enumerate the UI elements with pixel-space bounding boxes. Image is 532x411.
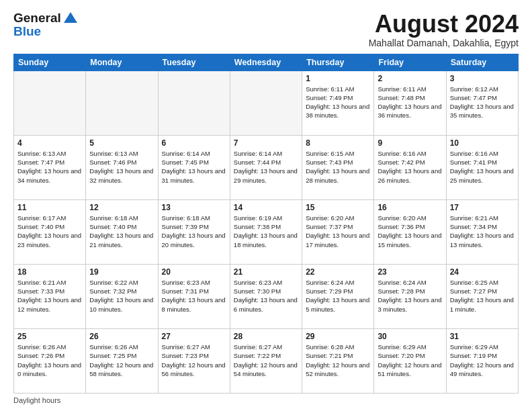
logo-icon xyxy=(64,12,77,23)
calendar-cell: 11Sunrise: 6:17 AMSunset: 7:40 PMDayligh… xyxy=(14,199,86,264)
dow-header-wednesday: Wednesday xyxy=(230,54,302,71)
day-info: Sunrise: 6:20 AMSunset: 7:37 PMDaylight:… xyxy=(306,214,370,249)
calendar-cell: 28Sunrise: 6:27 AMSunset: 7:22 PMDayligh… xyxy=(230,328,302,393)
calendar-cell xyxy=(86,71,158,135)
calendar-cell: 2Sunrise: 6:11 AMSunset: 7:48 PMDaylight… xyxy=(374,71,446,135)
calendar-cell: 12Sunrise: 6:18 AMSunset: 7:40 PMDayligh… xyxy=(86,199,158,264)
day-number: 25 xyxy=(17,332,82,341)
day-info: Sunrise: 6:26 AMSunset: 7:26 PMDaylight:… xyxy=(17,342,82,378)
day-info: Sunrise: 6:14 AMSunset: 7:45 PMDaylight:… xyxy=(162,149,226,185)
dow-header-thursday: Thursday xyxy=(302,54,374,71)
day-number: 3 xyxy=(450,74,515,83)
calendar-table: SundayMondayTuesdayWednesdayThursdayFrid… xyxy=(13,54,519,394)
day-info: Sunrise: 6:29 AMSunset: 7:19 PMDaylight:… xyxy=(450,342,515,378)
day-info: Sunrise: 6:16 AMSunset: 7:41 PMDaylight:… xyxy=(450,149,515,185)
day-number: 16 xyxy=(378,203,442,212)
day-number: 11 xyxy=(17,203,82,212)
day-number: 26 xyxy=(89,332,154,341)
day-info: Sunrise: 6:27 AMSunset: 7:22 PMDaylight:… xyxy=(234,342,298,378)
day-number: 1 xyxy=(306,74,370,83)
calendar-cell: 6Sunrise: 6:14 AMSunset: 7:45 PMDaylight… xyxy=(158,135,230,199)
day-info: Sunrise: 6:23 AMSunset: 7:31 PMDaylight:… xyxy=(162,278,226,314)
calendar-cell: 15Sunrise: 6:20 AMSunset: 7:37 PMDayligh… xyxy=(302,199,374,264)
day-number: 21 xyxy=(234,267,298,277)
calendar-cell: 30Sunrise: 6:29 AMSunset: 7:20 PMDayligh… xyxy=(374,328,446,393)
day-number: 31 xyxy=(450,332,515,341)
day-info: Sunrise: 6:28 AMSunset: 7:21 PMDaylight:… xyxy=(306,342,370,378)
day-info: Sunrise: 6:18 AMSunset: 7:39 PMDaylight:… xyxy=(162,214,226,249)
day-info: Sunrise: 6:24 AMSunset: 7:28 PMDaylight:… xyxy=(378,278,442,314)
day-info: Sunrise: 6:12 AMSunset: 7:47 PMDaylight:… xyxy=(450,85,515,120)
day-number: 12 xyxy=(89,203,154,212)
calendar-cell: 16Sunrise: 6:20 AMSunset: 7:36 PMDayligh… xyxy=(374,199,446,264)
day-info: Sunrise: 6:22 AMSunset: 7:32 PMDaylight:… xyxy=(89,278,154,314)
calendar-cell: 19Sunrise: 6:22 AMSunset: 7:32 PMDayligh… xyxy=(86,264,158,328)
dow-header-tuesday: Tuesday xyxy=(158,54,230,71)
day-number: 7 xyxy=(234,138,298,148)
calendar-cell: 20Sunrise: 6:23 AMSunset: 7:31 PMDayligh… xyxy=(158,264,230,328)
day-info: Sunrise: 6:27 AMSunset: 7:23 PMDaylight:… xyxy=(162,342,226,378)
day-number: 28 xyxy=(234,332,298,341)
calendar-cell: 8Sunrise: 6:15 AMSunset: 7:43 PMDaylight… xyxy=(302,135,374,199)
calendar-cell xyxy=(230,71,302,135)
calendar-cell: 21Sunrise: 6:23 AMSunset: 7:30 PMDayligh… xyxy=(230,264,302,328)
day-number: 8 xyxy=(306,138,370,148)
calendar-cell: 17Sunrise: 6:21 AMSunset: 7:34 PMDayligh… xyxy=(446,199,518,264)
calendar-cell: 22Sunrise: 6:24 AMSunset: 7:29 PMDayligh… xyxy=(302,264,374,328)
calendar-cell: 3Sunrise: 6:12 AMSunset: 7:47 PMDaylight… xyxy=(446,71,518,135)
day-info: Sunrise: 6:26 AMSunset: 7:25 PMDaylight:… xyxy=(89,342,154,378)
title-area: August 2024 Mahallat Damanah, Dakahlia, … xyxy=(369,11,519,48)
day-number: 9 xyxy=(378,138,442,148)
day-number: 6 xyxy=(162,138,226,148)
day-info: Sunrise: 6:18 AMSunset: 7:40 PMDaylight:… xyxy=(89,214,154,249)
calendar-cell: 5Sunrise: 6:13 AMSunset: 7:46 PMDaylight… xyxy=(86,135,158,199)
calendar-cell: 4Sunrise: 6:13 AMSunset: 7:47 PMDaylight… xyxy=(14,135,86,199)
day-number: 14 xyxy=(234,203,298,212)
footer-note: Daylight hours xyxy=(13,396,519,404)
day-info: Sunrise: 6:11 AMSunset: 7:48 PMDaylight:… xyxy=(378,85,442,120)
day-info: Sunrise: 6:21 AMSunset: 7:33 PMDaylight:… xyxy=(17,278,82,314)
day-number: 20 xyxy=(162,267,226,277)
month-year: August 2024 xyxy=(369,11,519,38)
calendar-cell: 13Sunrise: 6:18 AMSunset: 7:39 PMDayligh… xyxy=(158,199,230,264)
day-info: Sunrise: 6:13 AMSunset: 7:47 PMDaylight:… xyxy=(17,149,82,185)
day-number: 17 xyxy=(450,203,515,212)
day-info: Sunrise: 6:20 AMSunset: 7:36 PMDaylight:… xyxy=(378,214,442,249)
calendar-cell: 1Sunrise: 6:11 AMSunset: 7:49 PMDaylight… xyxy=(302,71,374,135)
day-info: Sunrise: 6:11 AMSunset: 7:49 PMDaylight:… xyxy=(306,85,370,120)
day-info: Sunrise: 6:19 AMSunset: 7:38 PMDaylight:… xyxy=(234,214,298,249)
day-info: Sunrise: 6:24 AMSunset: 7:29 PMDaylight:… xyxy=(306,278,370,314)
logo-general: General xyxy=(13,11,61,26)
day-info: Sunrise: 6:21 AMSunset: 7:34 PMDaylight:… xyxy=(450,214,515,249)
day-info: Sunrise: 6:14 AMSunset: 7:44 PMDaylight:… xyxy=(234,149,298,185)
calendar-cell: 9Sunrise: 6:16 AMSunset: 7:42 PMDaylight… xyxy=(374,135,446,199)
day-number: 13 xyxy=(162,203,226,212)
day-number: 27 xyxy=(162,332,226,341)
location: Mahallat Damanah, Dakahlia, Egypt xyxy=(369,38,519,48)
calendar-cell xyxy=(14,71,86,135)
day-info: Sunrise: 6:23 AMSunset: 7:30 PMDaylight:… xyxy=(234,278,298,314)
logo-blue: Blue xyxy=(13,26,41,37)
svg-marker-0 xyxy=(64,12,77,23)
dow-header-sunday: Sunday xyxy=(14,54,86,71)
calendar-cell: 27Sunrise: 6:27 AMSunset: 7:23 PMDayligh… xyxy=(158,328,230,393)
day-number: 15 xyxy=(306,203,370,212)
day-info: Sunrise: 6:29 AMSunset: 7:20 PMDaylight:… xyxy=(378,342,442,378)
dow-header-saturday: Saturday xyxy=(446,54,518,71)
calendar-cell: 25Sunrise: 6:26 AMSunset: 7:26 PMDayligh… xyxy=(14,328,86,393)
logo: General Blue xyxy=(13,11,77,37)
calendar-cell: 18Sunrise: 6:21 AMSunset: 7:33 PMDayligh… xyxy=(14,264,86,328)
day-info: Sunrise: 6:17 AMSunset: 7:40 PMDaylight:… xyxy=(17,214,82,249)
day-number: 10 xyxy=(450,138,515,148)
calendar-cell: 7Sunrise: 6:14 AMSunset: 7:44 PMDaylight… xyxy=(230,135,302,199)
day-number: 5 xyxy=(89,138,154,148)
header: General Blue August 2024 Mahallat Damana… xyxy=(13,11,519,48)
day-number: 19 xyxy=(89,267,154,277)
day-number: 23 xyxy=(378,267,442,277)
dow-header-friday: Friday xyxy=(374,54,446,71)
dow-header-monday: Monday xyxy=(86,54,158,71)
calendar-cell: 10Sunrise: 6:16 AMSunset: 7:41 PMDayligh… xyxy=(446,135,518,199)
calendar-cell: 23Sunrise: 6:24 AMSunset: 7:28 PMDayligh… xyxy=(374,264,446,328)
calendar-cell: 24Sunrise: 6:25 AMSunset: 7:27 PMDayligh… xyxy=(446,264,518,328)
calendar-cell xyxy=(158,71,230,135)
